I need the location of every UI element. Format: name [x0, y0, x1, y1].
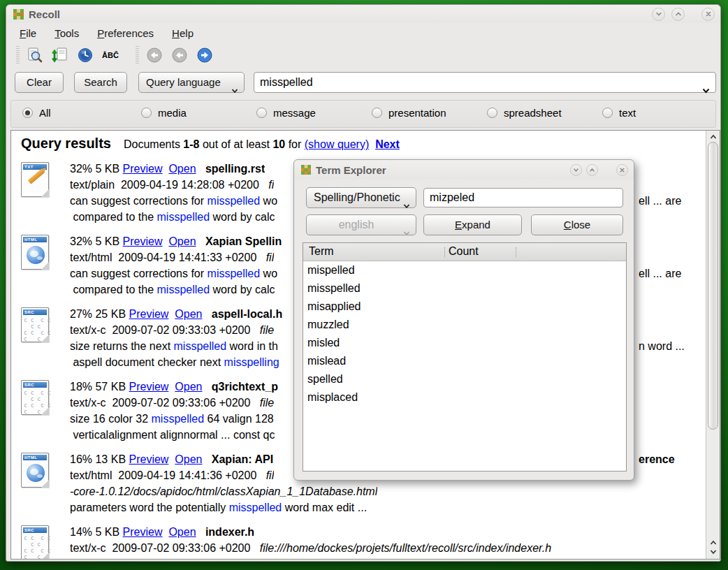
results-title: Query results [21, 136, 111, 152]
term-row[interactable]: misled [303, 334, 626, 352]
radio-icon[interactable] [22, 108, 33, 118]
result-text-tail: n word ... [639, 338, 685, 354]
radio-icon[interactable] [256, 108, 267, 118]
term-row[interactable]: mispelled [303, 261, 626, 279]
open-link[interactable]: Open [168, 163, 196, 175]
file-type-icon-html[interactable]: HTML [21, 453, 49, 488]
filter-media[interactable]: media [141, 107, 187, 119]
open-link[interactable]: Open [175, 381, 202, 393]
filter-category-bar: All media message presentation spreadshe… [10, 100, 716, 128]
file-type-badge: SRC [23, 382, 47, 388]
preview-link[interactable]: Preview [129, 308, 169, 320]
search-button[interactable]: Search [74, 72, 127, 93]
results-scrollbar[interactable] [706, 131, 720, 559]
column-resize-handle[interactable] [516, 247, 516, 257]
column-term[interactable]: Term [309, 245, 334, 258]
menu-preferences[interactable]: Preferences [94, 25, 157, 41]
term-row[interactable]: mislead [303, 352, 626, 370]
menu-file[interactable]: File [16, 25, 40, 41]
preview-link[interactable]: Preview [123, 163, 163, 175]
result-line: 32% 5 KB Preview Open spelling.rst [70, 161, 265, 177]
open-link[interactable]: Open [168, 526, 196, 538]
titlebar[interactable]: Recoll [6, 5, 720, 23]
maximize-icon[interactable] [586, 164, 598, 176]
filter-label: text [619, 107, 636, 119]
show-query-link[interactable]: (show query) [305, 138, 369, 150]
text-segment: misspelled [152, 413, 205, 425]
dialog-titlebar[interactable]: Term Explorer [294, 160, 634, 180]
advanced-search-icon[interactable] [25, 46, 45, 64]
term-input[interactable]: mizpeled [423, 188, 623, 207]
term-row[interactable]: spelled [303, 370, 626, 388]
page-fold [41, 335, 49, 342]
file-type-icon-html[interactable]: HTML [21, 235, 49, 270]
filter-all[interactable]: All [22, 107, 51, 119]
close-button[interactable]: Close [531, 214, 623, 235]
open-link[interactable]: Open [168, 235, 196, 247]
term-row[interactable]: muzzled [303, 316, 626, 334]
menu-help[interactable]: Help [168, 25, 197, 41]
term-row[interactable]: misplaced [303, 388, 626, 407]
preview-link[interactable]: Preview [129, 453, 169, 465]
text-segment: misspelled [229, 502, 282, 513]
filter-spreadsheet[interactable]: spreadsheet [487, 107, 562, 119]
term-explorer-icon[interactable]: ÅBĈ [101, 46, 120, 64]
text-segment: word by calc [210, 211, 275, 223]
radio-icon[interactable] [141, 108, 152, 118]
search-input[interactable]: misspelled [254, 72, 716, 93]
text-segment: -core-1.0.12/docs/apidoc/html/classXapia… [70, 485, 377, 497]
expand-button[interactable]: Expand [423, 214, 522, 235]
scroll-up-icon[interactable] [707, 132, 720, 141]
maximize-icon[interactable] [671, 8, 685, 21]
chevron-down-icon[interactable] [702, 80, 710, 100]
file-type-icon-txt[interactable]: TXT [21, 162, 49, 197]
term-input-value: mizpeled [430, 191, 474, 203]
menu-tools[interactable]: Tools [51, 25, 82, 41]
column-resize-handle[interactable] [444, 247, 445, 257]
query-language-dropdown[interactable]: Query language [138, 72, 245, 93]
term-table-header[interactable]: Term Count [303, 243, 626, 261]
preview-link[interactable]: Preview [123, 235, 163, 247]
file-type-icon-src[interactable]: SRCc c c c c c c c c c c c [21, 380, 49, 415]
term-row[interactable]: misspelled [303, 279, 626, 298]
text-segment: misspelled [174, 340, 227, 352]
results-summary: Documents 1-8 out of at least 10 for (sh… [124, 138, 400, 151]
next-page-link[interactable]: Next [375, 138, 400, 150]
open-link[interactable]: Open [175, 308, 202, 320]
close-icon[interactable] [701, 8, 715, 21]
preview-link[interactable]: Preview [123, 526, 163, 538]
close-icon[interactable] [616, 164, 628, 176]
filter-message[interactable]: message [256, 107, 316, 119]
scrollbar-thumb[interactable] [708, 142, 718, 430]
text-segment: 16% 13 KB [70, 453, 129, 465]
minimize-icon[interactable] [652, 8, 665, 21]
file-type-icon-src[interactable]: SRCc c c c c c c c c c c c [21, 525, 49, 560]
text-segment: size 16 color 32 [70, 413, 152, 425]
sort-parameters-icon[interactable] [50, 46, 70, 64]
radio-icon[interactable] [602, 108, 613, 118]
search-row: Clear Search Query language misspelled [6, 71, 720, 94]
text-segment [196, 235, 205, 247]
clear-button[interactable]: Clear [15, 72, 64, 93]
radio-icon[interactable] [487, 108, 497, 118]
minimize-icon[interactable] [570, 164, 582, 176]
scroll-up-icon[interactable] [707, 538, 720, 547]
expansion-mode-dropdown[interactable]: Spelling/Phonetic [306, 187, 416, 208]
document-history-icon[interactable] [75, 46, 95, 64]
radio-icon[interactable] [372, 108, 382, 118]
language-value: english [339, 219, 374, 231]
filter-presentation[interactable]: presentation [372, 107, 446, 119]
toolbar-drag-handle[interactable] [16, 46, 20, 64]
file-type-icon-src[interactable]: SRCc c c c c c c c c c c c [21, 307, 49, 342]
filter-text[interactable]: text [602, 107, 636, 119]
toolbar-drag-handle[interactable] [136, 46, 139, 64]
text-segment: text/html 2009-04-19 14:41:36 +0200 [70, 469, 266, 481]
result-text-tail: ell ... are [639, 265, 681, 282]
preview-link[interactable]: Preview [129, 381, 169, 393]
next-page-icon[interactable] [195, 46, 214, 64]
term-row[interactable]: misapplied [303, 298, 626, 316]
scroll-down-icon[interactable] [707, 547, 720, 556]
column-count[interactable]: Count [449, 245, 479, 258]
open-link[interactable]: Open [175, 453, 202, 465]
result-text-tail: ell ... are [639, 193, 681, 209]
